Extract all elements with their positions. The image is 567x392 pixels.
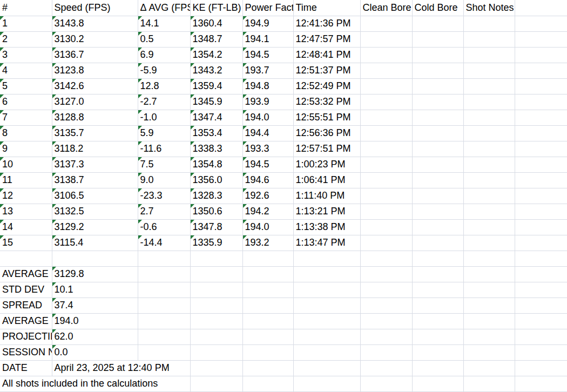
column-header-ke[interactable]: KE (FT-LB) xyxy=(190,0,242,16)
cold-bore-cell[interactable] xyxy=(412,125,463,141)
empty-cell[interactable] xyxy=(242,329,293,344)
shot-number-cell[interactable]: 1 xyxy=(0,16,52,31)
shot-notes-cell[interactable] xyxy=(463,47,515,63)
empty-cell[interactable] xyxy=(190,329,242,344)
shot-number-cell[interactable]: 9 xyxy=(0,141,52,157)
delta-avg-cell[interactable]: 5.9 xyxy=(138,125,190,141)
ke-cell[interactable]: 1348.7 xyxy=(190,31,242,47)
column-header-shot-notes[interactable]: Shot Notes xyxy=(463,0,515,16)
empty-cell[interactable] xyxy=(360,344,412,360)
speed-cell[interactable]: 3137.3 xyxy=(52,157,138,172)
empty-cell[interactable] xyxy=(360,298,412,313)
empty-cell[interactable] xyxy=(412,251,463,266)
empty-cell[interactable] xyxy=(515,47,567,63)
time-cell[interactable]: 12:52:49 PM xyxy=(293,78,360,94)
shot-number-cell[interactable]: 6 xyxy=(0,94,52,110)
empty-cell[interactable] xyxy=(293,313,360,329)
ke-cell[interactable]: 1354.2 xyxy=(190,47,242,63)
empty-cell[interactable] xyxy=(360,360,412,376)
empty-cell[interactable] xyxy=(242,282,293,298)
column-header-cold-bore[interactable]: Cold Bore xyxy=(412,0,463,16)
time-cell[interactable]: 1:00:23 PM xyxy=(293,157,360,172)
power-factor-cell[interactable]: 194.2 xyxy=(242,204,293,219)
cold-bore-cell[interactable] xyxy=(412,157,463,172)
shot-notes-cell[interactable] xyxy=(463,235,515,251)
empty-cell[interactable] xyxy=(463,329,515,344)
speed-cell[interactable]: 3142.6 xyxy=(52,78,138,94)
empty-cell[interactable] xyxy=(293,251,360,266)
empty-cell[interactable] xyxy=(515,125,567,141)
power-factor-cell[interactable]: 194.8 xyxy=(242,78,293,94)
empty-cell[interactable] xyxy=(515,94,567,110)
shot-number-cell[interactable]: 11 xyxy=(0,172,52,188)
empty-cell[interactable] xyxy=(190,344,242,360)
ke-cell[interactable]: 1328.3 xyxy=(190,188,242,204)
empty-cell[interactable] xyxy=(515,235,567,251)
empty-cell[interactable] xyxy=(412,298,463,313)
empty-cell[interactable] xyxy=(360,376,412,391)
shot-number-cell[interactable]: 10 xyxy=(0,157,52,172)
clean-bore-cell[interactable] xyxy=(360,31,412,47)
footer-note-cell[interactable]: All shots included in the calculations xyxy=(0,376,190,391)
clean-bore-cell[interactable] xyxy=(360,188,412,204)
empty-cell[interactable] xyxy=(515,329,567,344)
power-factor-cell[interactable]: 193.9 xyxy=(242,94,293,110)
shot-notes-cell[interactable] xyxy=(463,31,515,47)
speed-cell[interactable]: 3123.8 xyxy=(52,63,138,78)
stat-value-cell[interactable]: 0.0 xyxy=(52,344,138,360)
empty-cell[interactable] xyxy=(463,313,515,329)
empty-cell[interactable] xyxy=(463,298,515,313)
cold-bore-cell[interactable] xyxy=(412,63,463,78)
empty-cell[interactable] xyxy=(293,360,360,376)
stat-label-cell[interactable]: PROJECTIL xyxy=(0,329,52,344)
cold-bore-cell[interactable] xyxy=(412,16,463,31)
ke-cell[interactable]: 1345.9 xyxy=(190,94,242,110)
time-cell[interactable]: 12:56:36 PM xyxy=(293,125,360,141)
empty-cell[interactable] xyxy=(515,0,567,16)
time-cell[interactable]: 12:41:36 PM xyxy=(293,16,360,31)
stat-value-cell[interactable]: 10.1 xyxy=(52,282,138,298)
speed-cell[interactable]: 3128.8 xyxy=(52,110,138,125)
column-header-speed[interactable]: Speed (FPS) xyxy=(52,0,138,16)
delta-avg-cell[interactable]: -2.7 xyxy=(138,94,190,110)
delta-avg-cell[interactable]: 6.9 xyxy=(138,47,190,63)
empty-cell[interactable] xyxy=(138,266,190,282)
power-factor-cell[interactable]: 193.7 xyxy=(242,63,293,78)
ke-cell[interactable]: 1360.4 xyxy=(190,16,242,31)
column-header-clean-bore[interactable]: Clean Bore xyxy=(360,0,412,16)
cold-bore-cell[interactable] xyxy=(412,219,463,235)
empty-cell[interactable] xyxy=(242,344,293,360)
shot-notes-cell[interactable] xyxy=(463,94,515,110)
power-factor-cell[interactable]: 194.0 xyxy=(242,219,293,235)
empty-cell[interactable] xyxy=(515,344,567,360)
empty-cell[interactable] xyxy=(360,282,412,298)
empty-cell[interactable] xyxy=(138,298,190,313)
empty-cell[interactable] xyxy=(293,282,360,298)
date-value-cell[interactable]: April 23, 2025 at 12:40 PM xyxy=(52,360,190,376)
empty-cell[interactable] xyxy=(515,313,567,329)
cold-bore-cell[interactable] xyxy=(412,78,463,94)
shot-notes-cell[interactable] xyxy=(463,172,515,188)
shot-number-cell[interactable]: 13 xyxy=(0,204,52,219)
power-factor-cell[interactable]: 193.2 xyxy=(242,235,293,251)
shot-number-cell[interactable]: 4 xyxy=(0,63,52,78)
ke-cell[interactable]: 1347.4 xyxy=(190,110,242,125)
stat-value-cell[interactable]: 194.0 xyxy=(52,313,138,329)
shot-number-cell[interactable]: 5 xyxy=(0,78,52,94)
delta-avg-cell[interactable]: 0.5 xyxy=(138,31,190,47)
empty-cell[interactable] xyxy=(293,344,360,360)
time-cell[interactable]: 1:13:47 PM xyxy=(293,235,360,251)
column-header-delta-avg[interactable]: Δ AVG (FPS) xyxy=(138,0,190,16)
empty-cell[interactable] xyxy=(190,282,242,298)
shot-notes-cell[interactable] xyxy=(463,16,515,31)
clean-bore-cell[interactable] xyxy=(360,172,412,188)
empty-cell[interactable] xyxy=(412,329,463,344)
empty-cell[interactable] xyxy=(242,298,293,313)
cold-bore-cell[interactable] xyxy=(412,141,463,157)
power-factor-cell[interactable]: 194.6 xyxy=(242,172,293,188)
power-factor-cell[interactable]: 194.0 xyxy=(242,110,293,125)
time-cell[interactable]: 12:55:51 PM xyxy=(293,110,360,125)
speed-cell[interactable]: 3129.2 xyxy=(52,219,138,235)
stat-value-cell[interactable]: 62.0 xyxy=(52,329,138,344)
cold-bore-cell[interactable] xyxy=(412,110,463,125)
